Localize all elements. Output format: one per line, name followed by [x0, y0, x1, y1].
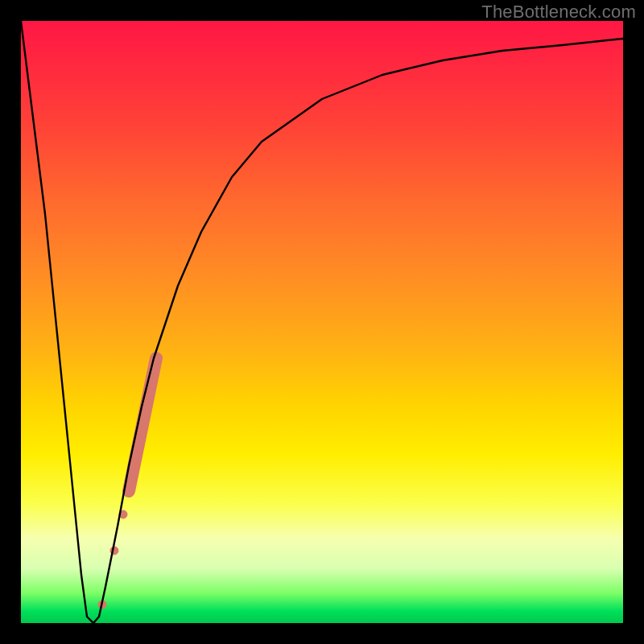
plot-area	[21, 21, 623, 623]
chart-frame: TheBottleneck.com	[0, 0, 644, 644]
svg-line-0	[129, 358, 156, 491]
watermark-text: TheBottleneck.com	[481, 2, 636, 23]
curve-layer	[21, 21, 623, 623]
bottleneck-curve	[21, 21, 623, 623]
highlight-capsule	[98, 358, 156, 609]
